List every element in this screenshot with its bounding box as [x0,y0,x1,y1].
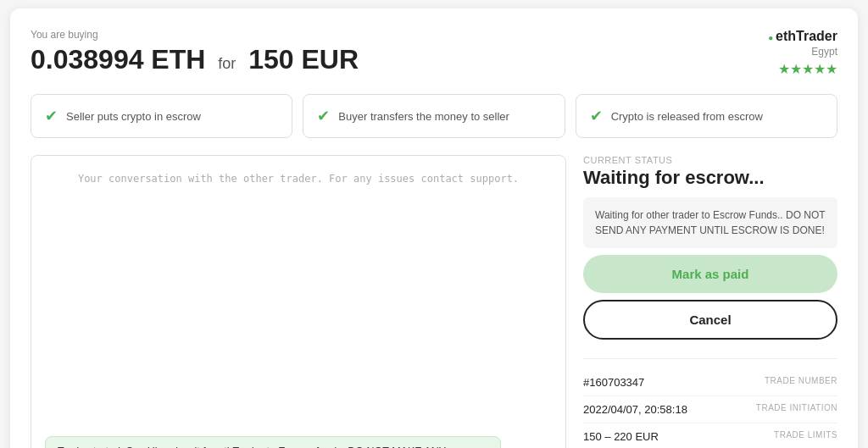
steps-bar: ✔ Seller puts crypto in escrow ✔ Buyer t… [31,94,837,138]
check-icon-1: ✔ [45,107,58,125]
trader-info: ethTrader Egypt ★★★★★ [768,29,837,77]
check-icon-2: ✔ [317,107,330,125]
trade-limits-value: 150 – 220 EUR [583,430,659,443]
current-status-label: CURRENT STATUS [583,155,837,165]
trade-initiation-label: TRADE INITIATION [756,403,837,412]
trade-initiation-value: 2022/04/07, 20:58:18 [583,403,687,416]
cancel-button[interactable]: Cancel [583,300,837,340]
trader-country: Egypt [768,46,837,58]
step-1-label: Seller puts crypto in escrow [66,110,201,123]
current-status-section: CURRENT STATUS Waiting for escrow... Wai… [583,155,837,340]
trade-number-label: TRADE NUMBER [765,376,837,385]
escrow-notice: Waiting for other trader to Escrow Funds… [583,197,837,248]
trade-initiation-row: 2022/04/07, 20:58:18 TRADE INITIATION [583,396,837,423]
for-label: for [218,55,236,72]
trade-info: You are buying 0.038994 ETH for 150 EUR [31,29,359,75]
eth-amount: 0.038994 ETH [31,44,205,75]
trade-details: #160703347 TRADE NUMBER 2022/04/07, 20:5… [583,358,837,448]
trade-number-value: #160703347 [583,376,644,389]
eur-amount: 150 EUR [248,44,359,75]
step-2: ✔ Buyer transfers the money to seller [303,94,565,138]
trader-name[interactable]: ethTrader [768,29,837,44]
mark-as-paid-button[interactable]: Mark as paid [583,255,837,293]
you-are-buying-label: You are buying [31,29,359,41]
trade-number-row: #160703347 TRADE NUMBER [583,369,837,396]
chat-info: Your conversation with the other trader.… [31,156,565,337]
step-2-label: Buyer transfers the money to seller [338,110,509,123]
chat-messages: Trade started. Say Hi and wait for ethTr… [31,337,565,449]
step-1: ✔ Seller puts crypto in escrow [31,94,292,138]
check-icon-3: ✔ [590,107,603,125]
main-content: Your conversation with the other trader.… [31,155,837,448]
chat-message: Trade started. Say Hi and wait for ethTr… [45,436,501,448]
trader-stars: ★★★★★ [768,61,837,77]
chat-panel: Your conversation with the other trader.… [31,155,566,448]
right-panel: CURRENT STATUS Waiting for escrow... Wai… [583,155,837,448]
step-3: ✔ Crypto is released from escrow [576,94,837,138]
trade-limits-label: TRADE LIMITS [774,430,837,440]
step-3-label: Crypto is released from escrow [611,110,763,123]
status-title: Waiting for escrow... [583,167,837,189]
trade-limits-row: 150 – 220 EUR TRADE LIMITS [583,423,837,448]
page-header: You are buying 0.038994 ETH for 150 EUR … [31,29,837,77]
trade-amount: 0.038994 ETH for 150 EUR [31,44,359,75]
